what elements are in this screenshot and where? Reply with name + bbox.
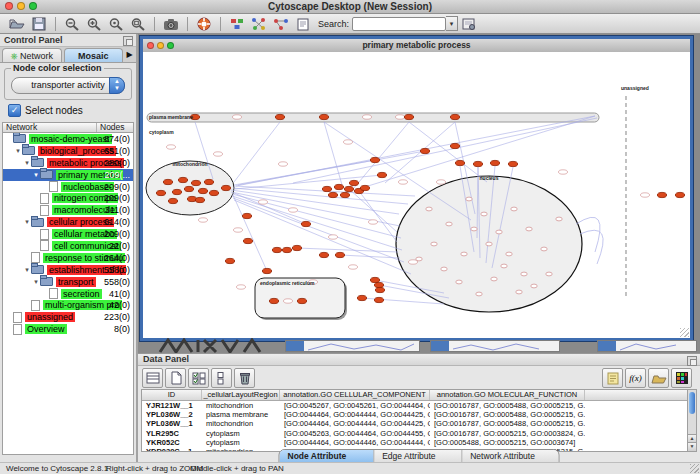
nucleus-node[interactable] — [486, 242, 492, 246]
float-panel-icon[interactable] — [123, 36, 133, 46]
cytoplasm-node[interactable] — [340, 192, 349, 197]
table-scrollbar[interactable]: ▲ ▼ — [687, 389, 697, 452]
open-session-icon[interactable] — [6, 15, 28, 33]
mitochondrion-node[interactable] — [221, 185, 230, 190]
cytoplasm-node[interactable] — [490, 160, 499, 165]
nucleus-node[interactable] — [546, 272, 552, 276]
column-header[interactable]: ID — [142, 390, 202, 400]
mitochondrion-node[interactable] — [191, 180, 200, 185]
cytoplasm-node[interactable] — [473, 161, 482, 166]
cytoplasm-node[interactable] — [450, 143, 459, 148]
nucleus-node[interactable] — [506, 252, 512, 256]
background-window[interactable] — [285, 340, 420, 352]
mitochondrion-node[interactable] — [204, 179, 213, 184]
nucleus-node[interactable] — [481, 212, 487, 216]
tree-row[interactable]: ▾cellular process614(0) — [3, 216, 133, 228]
unassigned-node[interactable] — [675, 192, 684, 197]
zoom-fit-icon[interactable] — [127, 15, 149, 33]
mitochondrion-node[interactable] — [209, 190, 218, 195]
membrane-node[interactable] — [404, 114, 413, 119]
cytoplasm-node[interactable] — [335, 252, 344, 257]
nucleus-node[interactable] — [456, 280, 462, 284]
tree-row[interactable]: secretion41(0) — [3, 288, 133, 300]
tree-row[interactable]: ▾transport558(0) — [3, 276, 133, 288]
tab-network-attribute-browser[interactable]: Network Attribute Browser — [462, 450, 558, 462]
nucleus-node[interactable] — [521, 272, 527, 276]
expand-arrow-icon[interactable]: ▾ — [23, 266, 31, 274]
search-input[interactable] — [352, 17, 446, 31]
import-folder-icon[interactable] — [648, 368, 669, 388]
fx-icon[interactable]: f(x) — [625, 368, 646, 388]
layout-1-icon[interactable] — [248, 15, 270, 33]
cytoplasm-node[interactable] — [292, 245, 301, 250]
zoom-in-icon[interactable] — [83, 15, 105, 33]
background-window[interactable] — [597, 340, 697, 352]
nucleus-node[interactable] — [416, 257, 422, 261]
background-window[interactable] — [430, 340, 560, 352]
save-session-icon[interactable] — [28, 15, 50, 33]
nucleus-node[interactable] — [446, 222, 452, 226]
annotation-icon[interactable] — [292, 15, 314, 33]
mitochondrion-node[interactable] — [163, 179, 172, 184]
column-header[interactable] — [585, 390, 688, 400]
attr-table-icon[interactable] — [142, 368, 163, 388]
cytoplasm-node[interactable] — [344, 186, 353, 191]
column-header[interactable]: _cellularLayoutRegion — [202, 390, 280, 400]
tree-row[interactable]: ▾metabolic process280(0) — [3, 157, 133, 169]
table-row[interactable]: YKR052Ccytoplasm[GO:0044464, GO:0044446,… — [142, 438, 688, 447]
cytoplasm-node[interactable] — [377, 172, 386, 177]
tree-column-nodes[interactable]: Nodes — [97, 123, 133, 132]
tree-row[interactable]: ▾establishment of lo558(0) — [3, 264, 133, 276]
cytoplasm-node[interactable] — [328, 192, 337, 197]
tab-network[interactable]: ⎈ Network — [2, 48, 62, 62]
matrix-icon[interactable] — [671, 368, 692, 388]
nucleus-node[interactable] — [431, 242, 437, 246]
nucleus-node[interactable] — [541, 247, 547, 251]
table-row[interactable]: YPL036W__1mitochondrion[GO:0044464, GO:0… — [142, 419, 688, 428]
tree-row[interactable]: unassigned223(0) — [3, 311, 133, 323]
cytoplasm-node[interactable] — [242, 213, 251, 218]
cytoplasm-node[interactable] — [225, 258, 234, 263]
cytoplasm-node[interactable] — [374, 297, 383, 302]
membrane-node[interactable] — [275, 114, 284, 119]
snapshot-icon[interactable] — [160, 15, 182, 33]
tab-node-attribute-browser[interactable]: Node Attribute Browser — [280, 450, 375, 462]
network-window-titlebar[interactable]: primary metabolic process — [143, 39, 690, 53]
tree-row[interactable]: mosaic-demo-yeast874(0) — [3, 133, 133, 145]
search-dropdown-icon[interactable]: ▾ — [446, 16, 458, 31]
nucleus-node[interactable] — [476, 292, 482, 296]
tree-row[interactable]: response to stimulu264(0) — [3, 252, 133, 264]
mitochondrion-node[interactable] — [198, 188, 207, 193]
trash-icon[interactable] — [234, 368, 255, 388]
mitochondrion-node[interactable] — [184, 186, 193, 191]
expand-arrow-icon[interactable]: ▾ — [32, 171, 40, 179]
enhanced-search-icon[interactable] — [458, 15, 480, 33]
tree-column-network[interactable]: Network — [3, 123, 97, 132]
mitochondrion-node[interactable] — [195, 197, 204, 202]
tree-row[interactable]: ▾primary metabo209(... — [3, 169, 133, 181]
nucleus-node[interactable] — [466, 197, 472, 201]
expand-arrow-icon[interactable]: ▾ — [32, 278, 40, 286]
cytoplasm-node[interactable] — [272, 247, 281, 252]
cytoplasm-node[interactable] — [301, 221, 310, 226]
column-header[interactable]: annotation.GO MOLECULAR_FUNCTION — [430, 390, 585, 400]
cytoplasm-node[interactable] — [375, 287, 384, 292]
cytoplasm-node[interactable] — [374, 282, 383, 287]
network-resize-grip[interactable] — [680, 328, 689, 337]
er-node[interactable] — [269, 298, 278, 303]
new-attr-icon[interactable] — [165, 368, 186, 388]
cytoplasm-node[interactable] — [370, 157, 379, 162]
unassigned-node[interactable] — [657, 192, 666, 197]
mitochondrion-node[interactable] — [156, 190, 165, 195]
tab-mosaic[interactable]: Mosaic — [64, 48, 124, 62]
expand-arrow-icon[interactable]: ▾ — [23, 159, 31, 167]
mitochondrion-node[interactable] — [172, 189, 181, 194]
network-tree[interactable]: mosaic-demo-yeast874(0)▾biological_proce… — [2, 132, 134, 455]
network-canvas[interactable]: plasma membranecytoplasmmitochondrionnuc… — [143, 52, 690, 338]
cytoplasm-node[interactable] — [420, 148, 429, 153]
nucleus-node[interactable] — [491, 277, 497, 281]
cytoplasm-node[interactable] — [360, 185, 369, 190]
scroll-down-button[interactable]: ▼ — [688, 442, 696, 451]
cytoplasm-node[interactable] — [357, 295, 366, 300]
cytoplasm-node[interactable] — [282, 247, 291, 252]
